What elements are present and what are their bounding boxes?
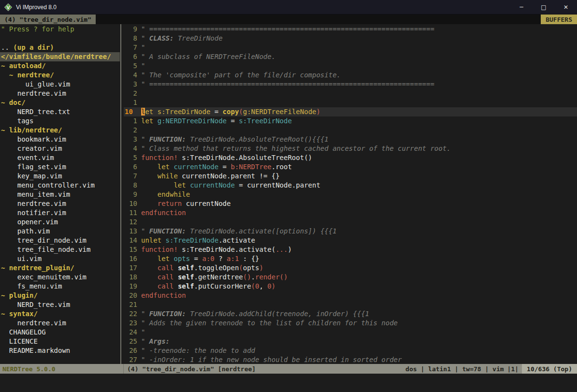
editor-line[interactable]: 9 endwhile xyxy=(124,190,577,199)
tree-item[interactable]: flag_set.vim xyxy=(1,162,120,172)
line-number: 27 xyxy=(124,355,137,364)
editor-line[interactable]: 13" FUNCTION: TreeDirNode.activate([opti… xyxy=(124,227,577,236)
code-segment-tx: s:TreeDirNode.AbsoluteTreeRoot() xyxy=(178,154,312,161)
tree-item[interactable]: bookmark.vim xyxy=(1,135,120,144)
tree-item[interactable]: ~ nerdtree_plugin/ xyxy=(1,263,120,273)
code-segment-cm: " xyxy=(141,135,149,143)
editor-line[interactable]: 8 let currentNode = currentNode.parent xyxy=(124,181,577,190)
tree-item[interactable]: README.markdown xyxy=(1,346,120,355)
code-segment-dir: ~ autoload/ xyxy=(1,62,46,70)
tree-item[interactable]: ~ doc/ xyxy=(1,98,120,107)
editor-line[interactable]: 2 xyxy=(124,89,577,98)
editor-line[interactable]: 15function! s:TreeDirNode.activate(...) xyxy=(124,245,577,254)
tree-item[interactable]: opener.vim xyxy=(1,218,120,227)
editor-line[interactable]: 10 return currentNode xyxy=(124,199,577,208)
editor-line[interactable]: 26" -treenode: the node to add xyxy=(124,346,577,355)
tree-item[interactable]: NERD_tree.txt xyxy=(1,107,120,116)
editor-line[interactable]: 3" =====================================… xyxy=(124,80,577,89)
editor-line[interactable]: 5" xyxy=(124,61,577,71)
editor-line[interactable]: 18 call self.getNerdtree().render() xyxy=(124,273,577,282)
editor-line[interactable]: 14unlet s:TreeDirNode.activate xyxy=(124,236,577,245)
editor-line[interactable]: 6 let currentNode = b:NERDTree.root xyxy=(124,162,577,172)
editor-line[interactable]: 17 call self.toggleOpen(opts) xyxy=(124,263,577,273)
tree-item[interactable]: nerdtree.vim xyxy=(1,89,120,98)
code-segment-st: ) xyxy=(259,264,263,272)
editor-line[interactable]: 23" Adds the given treenode to the list … xyxy=(124,319,577,328)
tree-item[interactable]: .. (up a dir) xyxy=(1,43,120,52)
close-button[interactable]: ✕ xyxy=(555,0,577,14)
editor-line[interactable]: 27" -inOrder: 1 if the new node should b… xyxy=(124,355,577,364)
line-number: 13 xyxy=(124,227,137,236)
editor-line[interactable]: 1 xyxy=(124,98,577,107)
vim-window: V Vi IMproved 8.0 ─ □ ✕ (4) "tree_dir_no… xyxy=(0,0,577,392)
code-segment-st: ) xyxy=(272,282,275,290)
code-segment-kw: endwhile xyxy=(158,190,190,198)
line-number: 2 xyxy=(124,126,137,135)
tree-item[interactable]: event.vim xyxy=(1,153,120,162)
editor-line[interactable]: 10let s:TreeDirNode = copy(g:NERDTreeFil… xyxy=(124,107,577,116)
editor-line[interactable]: 19 call self.putCursorHere(0, 0) xyxy=(124,282,577,291)
editor-line[interactable]: 6" A subclass of NERDTreeFileNode. xyxy=(124,52,577,61)
editor-line[interactable]: 8" CLASS: TreeDirNode xyxy=(124,34,577,43)
tree-item[interactable]: CHANGELOG xyxy=(1,328,120,337)
editor-line[interactable]: 4" The 'composite' part of the file/dir … xyxy=(124,71,577,80)
tree-item[interactable]: exec_menuitem.vim xyxy=(1,273,120,282)
tree-item[interactable]: notifier.vim xyxy=(1,208,120,218)
code-segment-cm: TreeDirNode xyxy=(178,34,223,42)
buffers-tab[interactable]: BUFFERS xyxy=(541,15,577,24)
editor-line[interactable]: 25" Args: xyxy=(124,337,577,346)
editor-line[interactable]: 7" xyxy=(124,43,577,52)
tree-item[interactable]: nerdtree.vim xyxy=(1,319,120,328)
code-segment-kw: let xyxy=(158,163,170,171)
tab-active-buffer[interactable]: (4) "tree_dir_node.vim" xyxy=(0,15,96,24)
tree-item[interactable]: tree_file_node.vim xyxy=(1,245,120,254)
editor-line[interactable]: 9" =====================================… xyxy=(124,25,577,34)
tree-item[interactable]: </vimfiles/bundle/nerdtree/ xyxy=(0,52,120,61)
tree-item[interactable] xyxy=(1,34,120,43)
tree-item[interactable]: tree_dir_node.vim xyxy=(1,236,120,245)
editor-line[interactable]: 2 xyxy=(124,126,577,135)
editor-line[interactable]: 24" xyxy=(124,328,577,337)
code-segment-st: function! xyxy=(141,154,178,161)
editor-line[interactable]: 1let g:NERDTreeDirNode = s:TreeDirNode xyxy=(124,116,577,126)
editor-line[interactable]: 21 xyxy=(124,300,577,309)
tree-item[interactable]: ~ autoload/ xyxy=(1,61,120,71)
command-line[interactable] xyxy=(0,374,577,392)
tree-item[interactable]: menu_item.vim xyxy=(1,190,120,199)
tree-item[interactable]: NERD_tree.vim xyxy=(1,300,120,309)
code-segment-tx: .activate xyxy=(218,236,255,244)
editor-line[interactable]: 22" FUNCTION: TreeDirNode.addChild(treen… xyxy=(124,309,577,319)
editor-line[interactable]: 11endfunction xyxy=(124,208,577,218)
tree-item[interactable]: fs_menu.vim xyxy=(1,282,120,291)
editor-line[interactable]: 5function! s:TreeDirNode.AbsoluteTreeRoo… xyxy=(124,153,577,162)
code-segment-cm: TreeDirNode.activate([options]) {{{1 xyxy=(190,227,336,235)
editor-line[interactable]: 20endfunction xyxy=(124,291,577,300)
code-segment-tx: .toggleOpen xyxy=(194,264,239,272)
tree-item[interactable]: key_map.vim xyxy=(1,172,120,181)
tree-item[interactable]: menu_controller.vim xyxy=(1,181,120,190)
editor-line[interactable]: 16 let opts = a:0 ? a:1 : {} xyxy=(124,254,577,263)
tree-item[interactable]: " Press ? for help xyxy=(1,25,120,34)
code-segment-cm: " A subclass of NERDTreeFileNode. xyxy=(141,53,275,60)
editor-line[interactable]: 7 while currentNode.parent != {} xyxy=(124,172,577,181)
tree-item[interactable]: ~ plugin/ xyxy=(1,291,120,300)
tree-item[interactable]: ~ lib/nerdtree/ xyxy=(1,126,120,135)
vertical-split-divider[interactable] xyxy=(120,24,124,364)
editor-line[interactable]: 3" FUNCTION: TreeDirNode.AbsoluteTreeRoo… xyxy=(124,135,577,144)
tree-item[interactable]: ui_glue.vim xyxy=(1,80,120,89)
tree-item[interactable]: path.vim xyxy=(1,227,120,236)
tree-item[interactable]: tags xyxy=(1,116,120,126)
maximize-button[interactable]: □ xyxy=(533,0,555,14)
minimize-button[interactable]: ─ xyxy=(510,0,533,14)
tree-item[interactable]: nerdtree.vim xyxy=(1,199,120,208)
tree-item[interactable]: LICENCE xyxy=(1,337,120,346)
tree-item[interactable]: ui.vim xyxy=(1,254,120,263)
editor-line[interactable]: 4" Class method that returns the highest… xyxy=(124,144,577,153)
tree-item[interactable]: creator.vim xyxy=(1,144,120,153)
editor-line[interactable]: 12 xyxy=(124,218,577,227)
line-number: 26 xyxy=(124,346,137,355)
tree-item[interactable]: ~ syntax/ xyxy=(1,309,120,319)
code-segment-cm: " xyxy=(141,310,149,318)
tree-item[interactable]: ~ nerdtree/ xyxy=(1,71,120,80)
code-segment-st: b:NERDTree xyxy=(231,163,271,171)
